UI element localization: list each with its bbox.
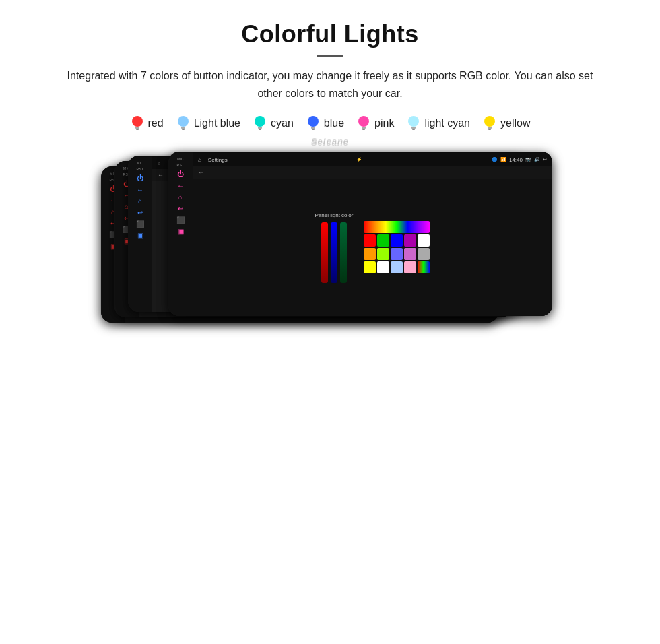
color-item-lightcyan: light cyan: [406, 114, 470, 133]
color-item-pink: pink: [356, 114, 394, 133]
svg-rect-17: [412, 129, 415, 130]
bulb-icon-lightblue: [176, 114, 191, 133]
svg-point-3: [178, 116, 189, 127]
svg-point-15: [408, 116, 419, 127]
color-label-lightblue: Light blue: [194, 117, 240, 129]
page-container: Colorful Lights Integrated with 7 colors…: [0, 0, 660, 173]
svg-rect-10: [311, 127, 315, 129]
svg-rect-19: [488, 127, 492, 129]
svg-rect-5: [182, 129, 185, 130]
color-label-red: red: [148, 117, 164, 129]
settings-label-bottom: Settings: [208, 157, 228, 163]
svg-rect-20: [488, 129, 491, 130]
svg-rect-2: [136, 129, 139, 130]
color-label-pink: pink: [374, 117, 394, 129]
car-unit-b4-main: MIC RST ⏻ ← ⌂ ↩ ⬛ ▣ ⌂ Settings ⚡: [168, 153, 552, 316]
bulb-icon-blue: [306, 114, 321, 133]
color-item-yellow: yellow: [482, 114, 530, 133]
svg-point-12: [358, 116, 369, 127]
title-divider: [317, 55, 343, 57]
panel-color-section-bottom: Panel light color: [315, 212, 354, 283]
color-label-yellow: yellow: [500, 117, 530, 129]
status-time-bottom: 14:40: [509, 157, 523, 163]
color-label-blue: blue: [324, 117, 344, 129]
svg-point-0: [132, 116, 143, 127]
svg-rect-8: [259, 129, 261, 130]
color-item-lightblue: Light blue: [176, 114, 240, 133]
svg-rect-14: [362, 129, 365, 130]
svg-rect-4: [181, 127, 185, 129]
color-item-cyan: cyan: [253, 114, 294, 133]
page-description: Integrated with 7 colors of button indic…: [54, 67, 606, 102]
back-icon-bottom[interactable]: ←: [198, 169, 204, 176]
svg-rect-11: [312, 129, 315, 130]
title-section: Colorful Lights: [27, 20, 633, 57]
color-label-lightcyan: light cyan: [424, 117, 470, 129]
bulb-icon-yellow: [482, 114, 497, 133]
svg-rect-1: [135, 127, 139, 129]
color-label-cyan: cyan: [271, 117, 294, 129]
svg-rect-16: [411, 127, 416, 129]
color-labels-row: red Light blue cyan: [27, 114, 633, 133]
svg-point-9: [308, 116, 319, 127]
bulb-icon-cyan: [253, 114, 267, 133]
color-item-red: red: [130, 114, 164, 133]
bulb-icon-red: [130, 114, 145, 133]
page-title: Colorful Lights: [27, 20, 633, 49]
svg-point-18: [484, 116, 495, 127]
bulb-icon-lightcyan: [406, 114, 421, 133]
seicane-watermark-bottom: Seicane: [311, 137, 349, 148]
color-grid-bottom: [364, 221, 430, 273]
bulb-icon-pink: [356, 114, 371, 133]
svg-rect-7: [258, 127, 262, 129]
svg-point-6: [255, 116, 265, 127]
svg-rect-13: [362, 127, 366, 129]
color-item-blue: blue: [306, 114, 344, 133]
panel-color-title-bottom: Panel light color: [315, 212, 354, 218]
